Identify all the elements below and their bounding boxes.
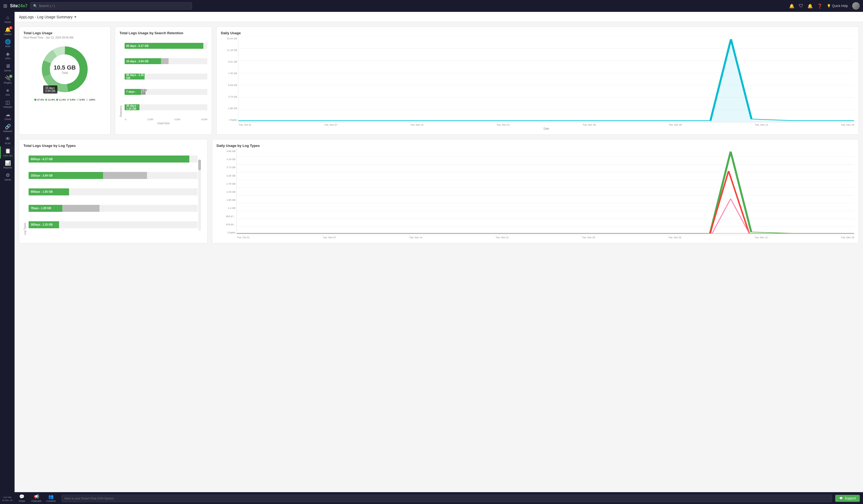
chats-icon: 💬 xyxy=(19,494,25,499)
lt-bar-90: 90Days - 1.55 GB xyxy=(28,189,69,195)
shield-icon[interactable]: 🛡 xyxy=(799,3,803,8)
sidebar-label-apm: APM xyxy=(5,57,11,60)
daily-usage-card: Daily Usage 13.04 GB 11.18 GB 9.31 GB 7.… xyxy=(216,26,859,135)
quick-help-link[interactable]: 💡 Quick Help xyxy=(827,4,848,8)
svg-marker-14 xyxy=(238,39,854,122)
bottom-nav-chats[interactable]: 💬 Chats xyxy=(15,492,29,504)
chats-label: Chats xyxy=(18,500,25,502)
sidebar-item-server[interactable]: 🖥 Server xyxy=(0,62,15,74)
bar-x-label: Used Size xyxy=(120,122,208,125)
bar-90-fill: 90 days - 1.55 GB xyxy=(125,74,145,79)
page-title: AppLogs - Log Usage Summary ▼ xyxy=(19,15,77,19)
lt-bar-7: 7Days - 1.28 GB xyxy=(28,205,62,212)
daily-usage-title: Daily Usage xyxy=(221,31,854,35)
line-x-ticks: Tue, Oct 31 Tue, Nov 07 Tue, Nov 14 Tue,… xyxy=(221,124,854,126)
logo: Site24x7 xyxy=(10,3,27,8)
sidebar-label-plugins: Plugins xyxy=(4,81,12,84)
search-placeholder: Search ( / ) xyxy=(39,4,55,8)
tooltip-value: 2.84 GB xyxy=(45,90,55,92)
sidebar-label-network: Network xyxy=(3,130,12,133)
sidebar-label-rum: RUM xyxy=(5,142,11,145)
k8s-icon: ⎈ xyxy=(6,88,9,93)
sidebar-item-network[interactable]: 🔗 Network xyxy=(0,122,15,134)
vmware-icon: ◫ xyxy=(5,100,10,105)
bottom-nav-channels[interactable]: 📢 Channels xyxy=(29,492,44,504)
support-button[interactable]: 💬 Support xyxy=(835,495,860,502)
sidebar-item-vmware[interactable]: ◫ VMware xyxy=(0,98,15,110)
log-types-bar-card: Total Logs Usage by Log Types Log Types … xyxy=(19,139,208,243)
sidebar-label-admin: Admin xyxy=(4,178,11,181)
sidebar-label-reports: Reports xyxy=(3,166,12,169)
contacts-label: Contacts xyxy=(46,500,56,502)
search-bar[interactable]: 🔍 Search ( / ) xyxy=(30,2,192,10)
sidebar-item-plugins[interactable]: 🔌1 Plugins xyxy=(0,74,15,86)
contacts-icon: 👥 xyxy=(48,494,54,499)
bar-7-secondary: 1.28 GB xyxy=(141,89,145,95)
bottom-charts-row: Total Logs Usage by Log Types Log Types … xyxy=(19,139,859,243)
daily-log-types-title: Daily Usage by Log Types xyxy=(216,144,854,148)
avatar[interactable] xyxy=(852,2,860,10)
sidebar-item-apm[interactable]: ◈ APM xyxy=(0,49,15,62)
apm-icon: ◈ xyxy=(6,51,10,56)
alarms-badge: 3 xyxy=(9,26,12,29)
sidebar-item-admin[interactable]: ⚙ Admin xyxy=(0,171,15,183)
lt-bar-15: 15Days - 2.84 GB xyxy=(28,172,103,179)
line-svg xyxy=(238,36,854,122)
server-icon: 🖥 xyxy=(5,64,10,68)
sidebar-label-home: Home xyxy=(4,21,11,24)
applogs-icon: 📋 xyxy=(5,148,11,153)
chat-input[interactable] xyxy=(62,494,832,502)
grid-icon[interactable]: ⊞ xyxy=(3,3,7,9)
hbar-chart-inner: 60 days - 6.17 GB 15 days - 2.84 GB xyxy=(125,36,208,117)
lt-bar-7-sec xyxy=(62,205,100,212)
reports-icon: 📊 xyxy=(5,160,11,166)
plugins-icon: 🔌1 xyxy=(5,76,11,81)
sidebar-item-applogs[interactable]: 📋 AppLogs xyxy=(0,146,15,158)
log-types-bar-title: Total Logs Usage by Log Types xyxy=(24,144,203,148)
cloud-icon: ☁ xyxy=(5,112,10,117)
log-types-chart-inner: Log Types 60Days - 6.17 GB xyxy=(24,149,203,235)
sidebar-item-reports[interactable]: 📊 Reports xyxy=(0,158,15,171)
hbar-row-15: 15 days - 2.84 GB xyxy=(125,58,208,64)
bar-15-fill: 15 days - 2.84 GB xyxy=(125,58,161,64)
bulb-icon: 💡 xyxy=(827,4,831,8)
sidebar-label-cloud: Cloud xyxy=(4,118,11,120)
line-y-ticks: 13.04 GB 11.18 GB 9.31 GB 7.45 GB 5.59 G… xyxy=(221,36,237,122)
sidebar-item-home[interactable]: ⌂ Home xyxy=(0,13,15,25)
sidebar-item-cloud[interactable]: ☁ Cloud xyxy=(0,110,15,122)
sidebar-item-k8s[interactable]: ⎈ K8s xyxy=(0,86,15,98)
hbar-row-90: 90 days - 1.55 GB xyxy=(125,74,208,79)
line-x-label: Date xyxy=(221,127,854,130)
sub-header: AppLogs - Log Usage Summary ▼ xyxy=(15,12,863,22)
bell-icon[interactable]: 🔔 xyxy=(789,3,795,9)
chart-scrollbar[interactable] xyxy=(198,159,201,231)
total-logs-subtitle: Next Reset Time : Jan 13, 2024 09:00 AM xyxy=(24,36,106,39)
alert-bell-icon[interactable]: 🔔 xyxy=(808,3,813,9)
web-icon: 🌐 xyxy=(5,39,11,44)
svg-point-6 xyxy=(50,54,79,84)
lt-bar-30: 30Days - 1.15 GB xyxy=(28,221,59,228)
line-chart-wrap: 13.04 GB 11.18 GB 9.31 GB 7.45 GB 5.59 G… xyxy=(221,36,854,122)
question-icon[interactable]: ❓ xyxy=(817,3,823,9)
topbar-right: 🔔 🛡 🔔 ❓ 💡 Quick Help xyxy=(789,2,860,10)
bar-30-fill: 30 days - 1.15 GB xyxy=(125,104,139,110)
chat-input-area xyxy=(58,494,835,502)
admin-icon: ⚙ xyxy=(6,173,10,178)
bottom-nav-contacts[interactable]: 👥 Contacts xyxy=(44,492,58,504)
bar-retention-card: Total Logs Usage by Search Retention Ret… xyxy=(115,26,212,135)
log-types-bars: 60Days - 6.17 GB 15Days - 2.84 GB xyxy=(28,149,203,235)
sidebar-label-vmware: VMware xyxy=(3,106,12,108)
support-label: Support xyxy=(845,496,856,500)
app-body: ⌂ Home 🔔3 Alarms 🌐 Web ◈ APM 🖥 Server xyxy=(0,12,863,504)
total-logs-title: Total Logs Usage xyxy=(24,31,106,35)
lt-bar-row-7: 7Days - 1.28 GB xyxy=(28,205,198,212)
sidebar-item-alarms[interactable]: 🔔3 Alarms xyxy=(0,25,15,37)
sidebar-item-rum[interactable]: 👁 RUM xyxy=(0,134,15,146)
total-logs-card: Total Logs Usage Next Reset Time : Jan 1… xyxy=(19,26,111,135)
home-icon: ⌂ xyxy=(6,15,9,20)
sidebar-item-web[interactable]: 🌐 Web xyxy=(0,37,15,49)
donut-tooltip: 15 days 2.84 GB xyxy=(43,86,58,93)
title-dropdown[interactable]: ▼ xyxy=(74,15,77,19)
main-content: AppLogs - Log Usage Summary ▼ Total Logs… xyxy=(15,12,863,504)
log-types-y-label: Log Types xyxy=(24,149,26,235)
